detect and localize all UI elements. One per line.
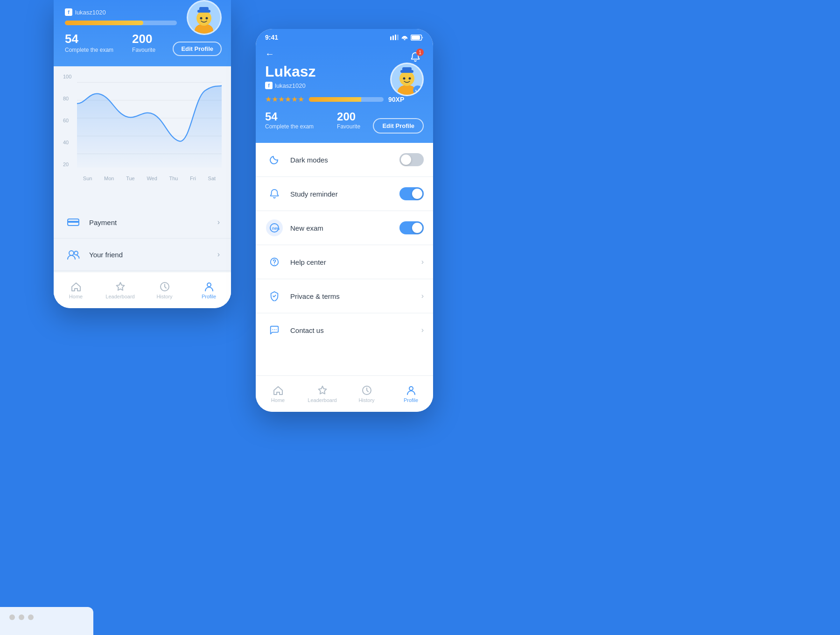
payment-menu-item[interactable]: Payment › (54, 206, 231, 239)
study-reminder-knob (412, 189, 422, 199)
contact-chevron: › (421, 326, 424, 334)
left-favourite-stat: 200 Favourite (132, 32, 155, 53)
study-reminder-item: Study reminder (256, 177, 433, 211)
svg-rect-18 (390, 36, 392, 40)
right-avatar (390, 63, 424, 96)
right-nav-history[interactable]: History (344, 385, 389, 403)
right-facebook-icon: f (265, 82, 273, 89)
phone-right: 9:41 ← (256, 29, 433, 412)
left-facebook-label: lukasz1020 (75, 9, 106, 16)
svg-point-17 (207, 283, 211, 287)
friends-menu-item[interactable]: Your friend › (54, 239, 231, 271)
left-nav-history[interactable]: History (142, 281, 187, 299)
svg-point-29 (403, 78, 405, 80)
study-reminder-toggle[interactable] (399, 187, 424, 200)
svg-point-4 (200, 17, 203, 20)
study-reminder-icon (265, 184, 284, 203)
svg-point-35 (272, 329, 273, 330)
left-favourite-count: 200 (132, 32, 155, 46)
left-complete-count: 54 (65, 32, 113, 46)
status-icons (390, 35, 424, 41)
new-exam-label: New exam (290, 224, 399, 232)
right-xp-row: ★★★★★★ 90XP (265, 95, 424, 104)
dark-modes-icon (265, 150, 284, 169)
chart-x-sun: Sun (83, 176, 92, 181)
svg-text:new: new (272, 226, 280, 231)
chart-y-60: 60 (63, 118, 71, 123)
chart-y-80: 80 (63, 96, 71, 101)
chart-svg (77, 74, 222, 172)
svg-rect-19 (392, 35, 394, 40)
svg-rect-21 (397, 35, 399, 40)
left-header: f lukasz1020 90XP 54 Complete the exam 2… (54, 0, 231, 66)
svg-point-13 (69, 251, 74, 255)
xp-stars: ★★★★★★ (265, 95, 304, 104)
svg-point-39 (409, 387, 413, 390)
help-center-chevron: › (421, 258, 424, 266)
left-nav-home[interactable]: Home (54, 281, 98, 299)
left-xp-bar-fill (65, 21, 143, 25)
phone-small (0, 607, 93, 635)
right-xp-text: 90XP (388, 96, 404, 103)
left-nav-leaderboard[interactable]: Leaderboard (98, 281, 142, 299)
help-center-label: Help center (290, 258, 421, 266)
new-exam-toggle[interactable] (399, 221, 424, 234)
svg-point-5 (206, 17, 208, 20)
help-center-item[interactable]: Help center › (256, 245, 433, 279)
right-favourite-label: Favourite (337, 123, 360, 130)
chart-y-100: 100 (63, 74, 71, 79)
left-complete-label: Complete the exam (65, 47, 113, 53)
chart-wrapper: 100 80 60 40 20 (63, 74, 222, 186)
back-button[interactable]: ← (265, 49, 274, 59)
dot1 (9, 614, 15, 620)
chart-x-tue: Tue (126, 176, 135, 181)
right-nav-leaderboard[interactable]: Leaderboard (300, 385, 344, 403)
facebook-icon: f (65, 8, 72, 16)
left-nav-profile[interactable]: Profile (187, 281, 231, 299)
svg-point-26 (399, 71, 414, 86)
right-edit-profile-button[interactable]: Edit Profile (373, 118, 424, 134)
left-xp-bar-bg (65, 21, 177, 25)
status-time: 9:41 (265, 34, 278, 41)
friends-icon (65, 246, 82, 263)
chart-y-40: 40 (63, 140, 71, 145)
settings-content: Dark modes Study reminder (256, 143, 433, 345)
privacy-terms-item[interactable]: Privace & terms › (256, 279, 433, 313)
status-bar: 9:41 (256, 29, 433, 44)
chart-x-fri: Fri (190, 176, 196, 181)
privacy-terms-label: Privace & terms (290, 292, 421, 300)
left-avatar (187, 0, 222, 35)
left-edit-profile-button[interactable]: Edit Profile (173, 42, 222, 56)
right-header: ← 1 Lukasz f lukasz1020 ★★★★★★ 90XP (256, 44, 433, 143)
chart-x-thu: Thu (169, 176, 178, 181)
payment-chevron: › (217, 218, 220, 226)
right-favourite-stat: 200 Favourite (337, 110, 360, 130)
dark-modes-item: Dark modes (256, 143, 433, 177)
avatar-sync-icon (413, 85, 422, 95)
right-nav-home[interactable]: Home (256, 385, 300, 403)
svg-point-30 (408, 78, 411, 80)
right-favourite-count: 200 (337, 110, 360, 123)
right-nav-profile[interactable]: Profile (389, 385, 433, 403)
friends-chevron: › (217, 250, 220, 259)
svg-point-36 (274, 329, 275, 330)
svg-point-34 (274, 264, 275, 265)
svg-rect-3 (199, 7, 209, 12)
right-xp-bar-bg (309, 97, 384, 102)
left-favourite-label: Favourite (132, 47, 155, 53)
bell-badge: 1 (416, 49, 424, 56)
contact-us-label: Contact us (290, 326, 421, 334)
svg-rect-28 (402, 67, 412, 72)
dark-modes-label: Dark modes (290, 156, 399, 164)
chart-x-mon: Mon (104, 176, 114, 181)
dark-modes-toggle[interactable] (399, 153, 424, 166)
svg-point-22 (404, 39, 406, 41)
new-exam-knob (412, 223, 422, 233)
payment-label: Payment (89, 219, 217, 226)
contact-us-item[interactable]: Contact us › (256, 313, 433, 345)
chart-y-20: 20 (63, 162, 71, 167)
right-xp-bar-fill (309, 97, 361, 102)
left-complete-stat: 54 Complete the exam (65, 32, 113, 53)
new-exam-icon: new (265, 219, 284, 237)
dot3 (28, 614, 34, 620)
